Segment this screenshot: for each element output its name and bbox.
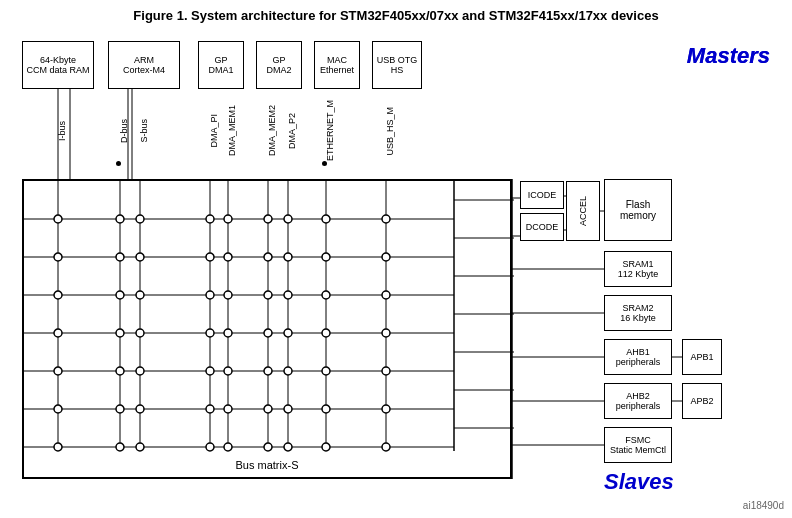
svg-point-54 (136, 367, 144, 375)
svg-point-71 (116, 443, 124, 451)
svg-point-40 (284, 291, 292, 299)
svg-point-37 (206, 291, 214, 299)
svg-point-73 (206, 443, 214, 451)
svg-point-69 (382, 405, 390, 413)
svg-point-47 (224, 329, 232, 337)
svg-point-29 (224, 253, 232, 261)
ahb2-box: AHB2 peripherals (604, 383, 672, 419)
svg-point-17 (116, 215, 124, 223)
svg-point-38 (224, 291, 232, 299)
svg-point-35 (116, 291, 124, 299)
svg-point-43 (54, 329, 62, 337)
matrix-grid-svg (24, 181, 514, 481)
cortex-box: ARM Cortex-M4 (108, 41, 180, 89)
svg-point-58 (284, 367, 292, 375)
dma-mem2-label: DMA_MEM2 (266, 91, 278, 171)
svg-point-32 (322, 253, 330, 261)
bus-matrix-box: Bus matrix-S (22, 179, 512, 479)
svg-point-60 (382, 367, 390, 375)
svg-point-20 (224, 215, 232, 223)
svg-point-76 (284, 443, 292, 451)
fsmc-box: FSMC Static MemCtl (604, 427, 672, 463)
svg-point-77 (322, 443, 330, 451)
svg-point-25 (54, 253, 62, 261)
diagram: Masters 64-Kbyte CCM data RAM ARM Cortex… (8, 31, 784, 511)
gp-dma1-box: GP DMA1 (198, 41, 244, 89)
svg-point-65 (224, 405, 232, 413)
svg-point-18 (136, 215, 144, 223)
s-bus-label: S-bus (138, 91, 150, 171)
svg-point-44 (116, 329, 124, 337)
svg-point-46 (206, 329, 214, 337)
svg-point-33 (382, 253, 390, 261)
svg-point-53 (116, 367, 124, 375)
svg-point-59 (322, 367, 330, 375)
svg-point-50 (322, 329, 330, 337)
dma-pi-label: DMA_PI (208, 91, 220, 171)
svg-point-78 (382, 443, 390, 451)
svg-point-24 (382, 215, 390, 223)
svg-point-48 (264, 329, 272, 337)
ethernet-m-label: ETHERNET_M (324, 91, 336, 171)
dma-mem1-label: DMA_MEM1 (226, 91, 238, 171)
svg-point-36 (136, 291, 144, 299)
ahb1-box: AHB1 peripherals (604, 339, 672, 375)
gp-dma2-box: GP DMA2 (256, 41, 302, 89)
svg-point-66 (264, 405, 272, 413)
svg-point-75 (264, 443, 272, 451)
sram1-box: SRAM1 112 Kbyte (604, 251, 672, 287)
i-bus-label: I-bus (56, 91, 68, 171)
page: Figure 1. System architecture for STM32F… (0, 0, 792, 518)
svg-point-45 (136, 329, 144, 337)
usb-otg-hs-box: USB OTG HS (372, 41, 422, 89)
svg-point-55 (206, 367, 214, 375)
watermark: ai18490d (743, 500, 784, 511)
svg-point-70 (54, 443, 62, 451)
masters-label-display: Masters (687, 43, 770, 69)
apb1-box: APB1 (682, 339, 722, 375)
svg-point-67 (284, 405, 292, 413)
dma-p2-label: DMA_P2 (286, 91, 298, 171)
svg-point-49 (284, 329, 292, 337)
dot-ethernet (322, 161, 327, 166)
svg-point-74 (224, 443, 232, 451)
page-title: Figure 1. System architecture for STM32F… (8, 8, 784, 23)
svg-point-41 (322, 291, 330, 299)
svg-point-52 (54, 367, 62, 375)
svg-point-22 (284, 215, 292, 223)
svg-point-56 (224, 367, 232, 375)
d-bus-label: D-bus (118, 91, 130, 171)
svg-point-30 (264, 253, 272, 261)
slaves-label: Slaves (604, 469, 674, 495)
ccm-ram-box: 64-Kbyte CCM data RAM (22, 41, 94, 89)
svg-point-63 (136, 405, 144, 413)
apb2-box: APB2 (682, 383, 722, 419)
flash-memory-box: Flash memory (604, 179, 672, 241)
svg-point-57 (264, 367, 272, 375)
svg-point-72 (136, 443, 144, 451)
sram2-box: SRAM2 16 Kbyte (604, 295, 672, 331)
svg-point-27 (136, 253, 144, 261)
mac-ethernet-box: MAC Ethernet (314, 41, 360, 89)
svg-point-28 (206, 253, 214, 261)
svg-point-21 (264, 215, 272, 223)
icode-box: ICODE (520, 181, 564, 209)
svg-point-31 (284, 253, 292, 261)
accel-box: ACCEL (566, 181, 600, 241)
svg-point-62 (116, 405, 124, 413)
usb-hs-m-label: USB_HS_M (384, 91, 396, 171)
dcode-box: DCODE (520, 213, 564, 241)
svg-point-23 (322, 215, 330, 223)
svg-point-42 (382, 291, 390, 299)
svg-point-19 (206, 215, 214, 223)
svg-point-68 (322, 405, 330, 413)
svg-point-34 (54, 291, 62, 299)
svg-point-61 (54, 405, 62, 413)
svg-point-16 (54, 215, 62, 223)
svg-point-26 (116, 253, 124, 261)
dot-dbus (116, 161, 121, 166)
svg-point-51 (382, 329, 390, 337)
svg-point-39 (264, 291, 272, 299)
svg-point-64 (206, 405, 214, 413)
